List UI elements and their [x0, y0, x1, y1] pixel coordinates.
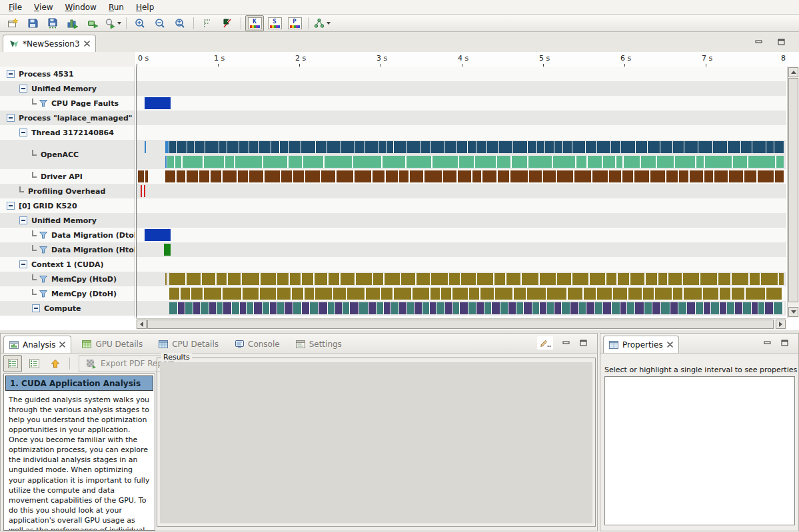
- filter-icon[interactable]: [39, 290, 47, 298]
- interval-segment[interactable]: [729, 170, 743, 182]
- timeline-row-label-process-4531[interactable]: Process 4531: [0, 67, 135, 81]
- interval-segment[interactable]: [401, 273, 415, 285]
- interval-segment[interactable]: [611, 141, 620, 153]
- interval-segment[interactable]: [703, 288, 718, 300]
- vertical-scrollbar[interactable]: [787, 67, 799, 318]
- tab-properties[interactable]: Properties: [603, 336, 679, 353]
- interval-segment[interactable]: [384, 302, 391, 314]
- interval-segment[interactable]: [430, 302, 436, 314]
- interval-segment[interactable]: [606, 273, 616, 285]
- timeline-row-label-thread-3172140864[interactable]: Thread 3172140864: [0, 125, 135, 140]
- collapse-minus-icon[interactable]: [19, 260, 27, 268]
- interval-segment[interactable]: [383, 156, 405, 168]
- process-coloring-icon[interactable]: P: [285, 15, 304, 31]
- interval-segment[interactable]: [175, 156, 181, 168]
- interval-segment[interactable]: [494, 273, 505, 285]
- interval-segment[interactable]: [325, 156, 352, 168]
- interval-segment[interactable]: [657, 156, 674, 168]
- interval-segment[interactable]: [217, 273, 227, 285]
- interval-segment[interactable]: [620, 302, 626, 314]
- goto-marker-icon[interactable]: [198, 15, 217, 31]
- interval-segment[interactable]: [554, 302, 561, 314]
- interval-segment[interactable]: [321, 170, 335, 182]
- interval-segment[interactable]: [285, 302, 293, 314]
- interval-segment[interactable]: [416, 273, 430, 285]
- interval-segment[interactable]: [223, 170, 237, 182]
- close-icon[interactable]: [59, 342, 65, 348]
- interval-segment[interactable]: [524, 302, 532, 314]
- interval-segment[interactable]: [225, 156, 234, 168]
- filter-icon[interactable]: [39, 246, 47, 254]
- interval-segment[interactable]: [713, 141, 727, 153]
- interval-segment[interactable]: [290, 273, 301, 285]
- interval-segment[interactable]: [658, 273, 667, 285]
- interval-segment[interactable]: [399, 170, 408, 182]
- interval-segment[interactable]: [761, 273, 778, 285]
- interval-segment[interactable]: [227, 141, 239, 153]
- interval-segment[interactable]: [779, 273, 784, 285]
- interval-segment[interactable]: [260, 288, 276, 300]
- interval-segment[interactable]: [341, 141, 355, 153]
- interval-segment[interactable]: [167, 156, 174, 168]
- zoom-fit-icon[interactable]: [171, 15, 189, 31]
- interval-segment[interactable]: [420, 141, 430, 153]
- timeline-row-label-unified-memory[interactable]: Unified Memory: [0, 213, 135, 228]
- interval-segment[interactable]: [684, 141, 698, 153]
- interval-segment[interactable]: [603, 156, 615, 168]
- interval-segment[interactable]: [497, 156, 510, 168]
- vscroll-thumb[interactable]: [788, 78, 798, 302]
- horizontal-scrollbar[interactable]: [136, 318, 786, 330]
- interval-segment[interactable]: [333, 288, 346, 300]
- interval-segment[interactable]: [574, 170, 591, 182]
- interval-train[interactable]: [169, 273, 784, 285]
- interval-segment[interactable]: [359, 302, 368, 314]
- interval-segment[interactable]: [628, 288, 642, 300]
- interval-segment[interactable]: [219, 141, 227, 153]
- run-analysis-icon[interactable]: [103, 15, 122, 31]
- interval-segment[interactable]: [758, 302, 764, 314]
- interval-segment[interactable]: [280, 141, 288, 153]
- interval-segment[interactable]: [476, 302, 484, 314]
- minimize-icon[interactable]: [561, 338, 572, 348]
- interval-segment[interactable]: [641, 156, 656, 168]
- interval-segment[interactable]: [254, 302, 262, 314]
- interval-segment[interactable]: [543, 170, 556, 182]
- interval-segment[interactable]: [458, 170, 471, 182]
- interval-segment[interactable]: [343, 302, 349, 314]
- interval-segment[interactable]: [316, 141, 327, 153]
- interval-segment[interactable]: [547, 302, 554, 314]
- save-all-icon[interactable]: [43, 15, 62, 31]
- menu-view[interactable]: View: [28, 1, 59, 13]
- interval-bar[interactable]: [165, 156, 167, 168]
- menu-help[interactable]: Help: [130, 1, 160, 13]
- interval-segment[interactable]: [537, 141, 544, 153]
- collapse-minus-icon[interactable]: [19, 85, 27, 93]
- interval-segment[interactable]: [484, 302, 491, 314]
- interval-segment[interactable]: [169, 302, 177, 314]
- close-icon[interactable]: [84, 41, 90, 47]
- zoom-out-icon[interactable]: [151, 15, 169, 31]
- timeline-row-label-cpu-page-faults[interactable]: CPU Page Faults: [0, 96, 135, 111]
- interval-segment[interactable]: [209, 302, 216, 314]
- interval-segment[interactable]: [644, 302, 652, 314]
- interval-segment[interactable]: [441, 288, 451, 300]
- interval-train[interactable]: [169, 141, 784, 153]
- interval-segment[interactable]: [271, 141, 279, 153]
- interval-segment[interactable]: [169, 141, 176, 153]
- interval-segment[interactable]: [570, 302, 578, 314]
- interval-segment[interactable]: [319, 302, 327, 314]
- collapse-minus-icon[interactable]: [19, 129, 27, 136]
- interval-bar[interactable]: [144, 185, 145, 197]
- timeline-row-label-profiling-overhead[interactable]: Profiling Overhead: [0, 184, 135, 198]
- interval-segment[interactable]: [329, 273, 339, 285]
- interval-segment[interactable]: [568, 288, 582, 300]
- interval-segment[interactable]: [529, 170, 542, 182]
- interval-segment[interactable]: [499, 141, 512, 153]
- interval-segment[interactable]: [305, 170, 320, 182]
- interval-segment[interactable]: [431, 141, 444, 153]
- tab-console[interactable]: Console: [229, 336, 285, 352]
- interval-segment[interactable]: [670, 302, 678, 314]
- interval-segment[interactable]: [391, 302, 399, 314]
- interval-segment[interactable]: [624, 156, 640, 168]
- interval-segment[interactable]: [201, 302, 209, 314]
